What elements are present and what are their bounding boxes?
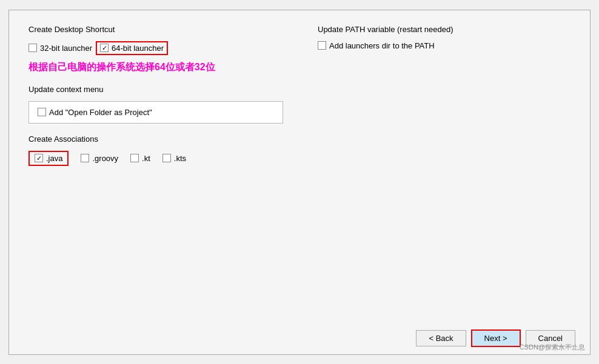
top-section: Create Desktop Shortcut 32-bit launcher …: [28, 25, 571, 74]
kts-option[interactable]: .kts: [162, 154, 186, 163]
java-label: .java: [46, 154, 62, 163]
desktop-shortcut-section: Create Desktop Shortcut 32-bit launcher …: [28, 25, 281, 74]
associations-title: Create Associations: [28, 134, 571, 144]
java-checkbox[interactable]: [35, 154, 43, 162]
context-menu-box: Add "Open Folder as Project": [28, 101, 283, 124]
bottom-bar: < Back Next > Cancel: [9, 322, 590, 354]
addpath-checkbox[interactable]: [318, 41, 326, 50]
64bit-checkbox[interactable]: [100, 44, 109, 52]
next-button[interactable]: Next >: [471, 329, 521, 347]
associations-row: .java .groovy .kt .kts: [28, 151, 571, 166]
associations-section: Create Associations .java .groovy .kt: [28, 134, 571, 166]
32bit-label: 32-bit launcher: [40, 44, 92, 53]
32bit-checkbox[interactable]: [28, 44, 37, 52]
desktop-shortcut-title: Create Desktop Shortcut: [28, 25, 281, 34]
64bit-label: 64-bit launcher: [112, 44, 164, 53]
annotation-text: 根据自己电脑的操作系统选择64位或者32位: [28, 61, 281, 74]
groovy-label: .groovy: [92, 154, 118, 163]
watermark: CSDN@探索永不止息: [520, 343, 585, 352]
64bit-option-highlighted[interactable]: 64-bit launcher: [96, 41, 168, 55]
context-menu-title: Update context menu: [28, 85, 571, 94]
installer-dialog: Create Desktop Shortcut 32-bit launcher …: [8, 10, 591, 355]
context-menu-section: Update context menu Add "Open Folder as …: [28, 85, 571, 124]
dialog-content: Create Desktop Shortcut 32-bit launcher …: [9, 10, 590, 322]
back-button[interactable]: < Back: [416, 330, 466, 346]
openfolder-label: Add "Open Folder as Project": [49, 108, 152, 117]
kt-label: .kt: [142, 154, 150, 163]
addpath-label: Add launchers dir to the PATH: [329, 41, 435, 50]
groovy-option[interactable]: .groovy: [81, 154, 118, 163]
path-variable-section: Update PATH variable (restart needed) Ad…: [318, 25, 571, 74]
addpath-option[interactable]: Add launchers dir to the PATH: [318, 41, 571, 50]
path-variable-title: Update PATH variable (restart needed): [318, 25, 571, 34]
openfolder-option[interactable]: Add "Open Folder as Project": [38, 108, 274, 117]
groovy-checkbox[interactable]: [81, 154, 89, 162]
java-option-highlighted[interactable]: .java: [28, 151, 69, 166]
spacer: [28, 177, 571, 313]
desktop-shortcut-options: 32-bit launcher 64-bit launcher: [28, 41, 281, 55]
openfolder-checkbox[interactable]: [38, 108, 46, 116]
kt-option[interactable]: .kt: [130, 154, 150, 163]
kts-label: .kts: [174, 154, 186, 163]
32bit-option[interactable]: 32-bit launcher: [28, 44, 92, 53]
kts-checkbox[interactable]: [162, 154, 171, 162]
kt-checkbox[interactable]: [130, 154, 139, 162]
